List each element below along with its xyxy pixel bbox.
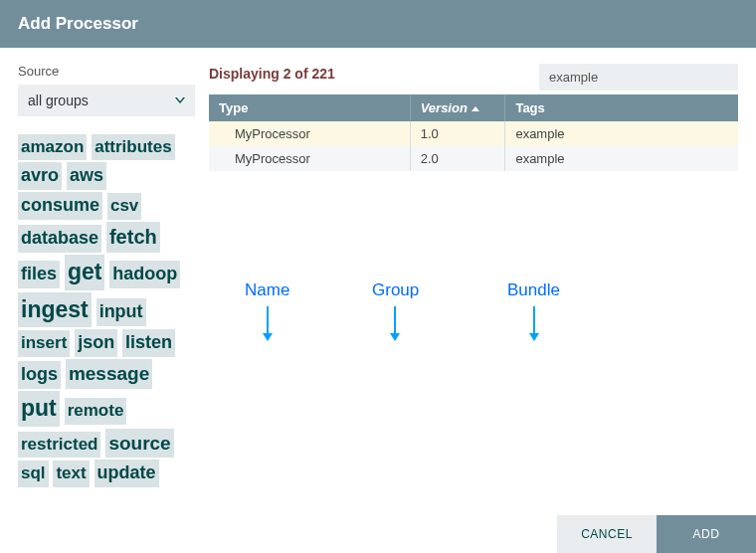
- cell-type: MyProcessor: [209, 121, 410, 146]
- dialog-header: Add Processor: [0, 0, 756, 48]
- tag-restricted[interactable]: restricted: [18, 432, 100, 458]
- source-label: Source: [18, 64, 195, 79]
- tag-json[interactable]: json: [75, 329, 117, 357]
- annotation-overlay: Name Group Bundle: [209, 280, 738, 370]
- tag-avro[interactable]: avro: [18, 162, 62, 190]
- chevron-down-icon: [175, 97, 185, 103]
- source-dropdown[interactable]: all groups: [18, 85, 195, 116]
- tag-amazon[interactable]: amazon: [18, 134, 87, 160]
- tag-files[interactable]: files: [18, 261, 60, 288]
- anno-group-label: Group: [372, 280, 419, 300]
- tag-sql[interactable]: sql: [18, 461, 49, 486]
- col-type[interactable]: Type: [209, 94, 410, 121]
- arrow-down-icon: [267, 306, 269, 340]
- table-row[interactable]: MyProcessor2.0example: [209, 146, 738, 171]
- col-tags[interactable]: Tags: [505, 94, 738, 121]
- left-panel: Source all groups amazon attributes avro…: [18, 64, 195, 553]
- anno-bundle-label: Bundle: [507, 280, 560, 300]
- filter-input[interactable]: example: [539, 64, 738, 91]
- cell-type: MyProcessor: [209, 146, 410, 171]
- arrow-down-icon: [533, 306, 535, 340]
- table-row[interactable]: MyProcessor1.0example: [209, 121, 738, 146]
- tag-attributes[interactable]: attributes: [92, 134, 174, 160]
- display-count: Displaying 2 of 221: [209, 64, 335, 82]
- arrow-down-icon: [394, 306, 396, 340]
- anno-name-label: Name: [245, 280, 289, 300]
- processor-table: Type Version Tags MyProcessor1.0exampleM…: [209, 94, 738, 171]
- tag-get[interactable]: get: [65, 255, 105, 290]
- tag-cloud: amazon attributes avro aws consume csv d…: [18, 134, 195, 489]
- tag-listen[interactable]: listen: [122, 329, 175, 357]
- col-version[interactable]: Version: [410, 94, 505, 121]
- tag-source[interactable]: source: [105, 429, 173, 458]
- tag-hadoop[interactable]: hadoop: [109, 261, 180, 288]
- tag-text[interactable]: text: [53, 461, 89, 486]
- cell-tags: example: [505, 146, 738, 171]
- tag-fetch[interactable]: fetch: [106, 222, 160, 253]
- tag-remote[interactable]: remote: [65, 398, 127, 424]
- cell-tags: example: [505, 121, 738, 146]
- tag-message[interactable]: message: [66, 359, 152, 388]
- tag-update[interactable]: update: [94, 460, 159, 487]
- tag-aws[interactable]: aws: [67, 162, 106, 190]
- right-panel: Displaying 2 of 221 example Type Version…: [195, 64, 738, 553]
- dialog-title: Add Processor: [18, 14, 138, 33]
- cell-version: 2.0: [410, 146, 505, 171]
- sort-asc-icon: [472, 106, 479, 111]
- tag-logs[interactable]: logs: [18, 361, 61, 389]
- tag-put[interactable]: put: [18, 391, 60, 427]
- tag-database[interactable]: database: [18, 225, 101, 253]
- tag-input[interactable]: input: [96, 298, 146, 326]
- tag-ingest[interactable]: ingest: [18, 292, 92, 328]
- table-header-row: Type Version Tags: [209, 94, 738, 121]
- source-selected: all groups: [28, 92, 89, 108]
- add-button[interactable]: ADD: [657, 515, 756, 553]
- tag-csv[interactable]: csv: [107, 193, 141, 219]
- tag-insert[interactable]: insert: [18, 330, 70, 356]
- cell-version: 1.0: [410, 121, 505, 146]
- cancel-button[interactable]: CANCEL: [557, 515, 657, 553]
- dialog-footer: CANCEL ADD: [557, 515, 756, 553]
- tag-consume[interactable]: consume: [18, 192, 102, 220]
